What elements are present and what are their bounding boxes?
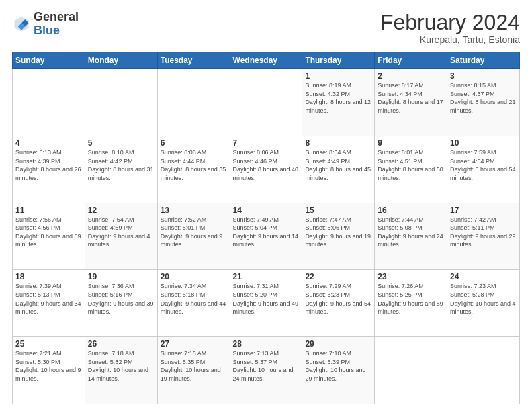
daylight-text: Daylight: 8 hours and 40 minutes.: [233, 166, 299, 181]
sunrise-text: Sunrise: 8:17 AM: [378, 82, 424, 89]
day-info: Sunrise: 7:44 AMSunset: 5:08 PMDaylight:…: [378, 216, 444, 249]
table-row: 24Sunrise: 7:23 AMSunset: 5:28 PMDayligh…: [447, 270, 520, 337]
table-row: 25Sunrise: 7:21 AMSunset: 5:30 PMDayligh…: [13, 337, 85, 404]
calendar-table: Sunday Monday Tuesday Wednesday Thursday…: [12, 52, 520, 404]
sunrise-text: Sunrise: 7:15 AM: [161, 350, 207, 357]
sunset-text: Sunset: 4:56 PM: [15, 224, 60, 231]
day-number: 10: [450, 138, 517, 148]
daylight-text: Daylight: 9 hours and 44 minutes.: [161, 300, 226, 316]
sunrise-text: Sunrise: 7:47 AM: [305, 216, 351, 223]
col-tuesday: Tuesday: [157, 52, 230, 69]
sunrise-text: Sunrise: 8:04 AM: [305, 149, 351, 156]
daylight-text: Daylight: 9 hours and 19 minutes.: [305, 233, 371, 248]
daylight-text: Daylight: 8 hours and 17 minutes.: [378, 99, 443, 114]
sunset-text: Sunset: 5:23 PM: [305, 291, 350, 298]
sunrise-text: Sunrise: 8:19 AM: [305, 82, 351, 89]
day-info: Sunrise: 8:06 AMSunset: 4:46 PMDaylight:…: [233, 148, 300, 182]
day-info: Sunrise: 7:15 AMSunset: 5:35 PMDaylight:…: [161, 349, 227, 383]
logo-general: General: [34, 10, 79, 24]
daylight-text: Daylight: 9 hours and 14 minutes.: [233, 233, 299, 248]
sunrise-text: Sunrise: 8:15 AM: [450, 82, 496, 89]
table-row: [13, 69, 85, 136]
sunrise-text: Sunrise: 7:23 AM: [450, 283, 496, 289]
header: General Blue February 2024 Kurepalu, Tar…: [12, 11, 520, 45]
sunrise-text: Sunrise: 7:18 AM: [88, 350, 134, 357]
day-number: 26: [88, 339, 154, 349]
sunrise-text: Sunrise: 7:39 AM: [15, 283, 62, 289]
table-row: 14Sunrise: 7:49 AMSunset: 5:04 PMDayligh…: [230, 203, 302, 270]
day-info: Sunrise: 8:13 AMSunset: 4:39 PMDaylight:…: [15, 148, 82, 182]
day-number: 9: [378, 138, 444, 148]
day-info: Sunrise: 7:47 AMSunset: 5:06 PMDaylight:…: [305, 216, 371, 249]
day-info: Sunrise: 7:59 AMSunset: 4:54 PMDaylight:…: [450, 148, 517, 182]
day-info: Sunrise: 7:34 AMSunset: 5:18 PMDaylight:…: [161, 282, 227, 316]
day-number: 14: [233, 205, 300, 215]
day-number: 4: [15, 138, 82, 148]
table-row: 29Sunrise: 7:10 AMSunset: 5:39 PMDayligh…: [302, 337, 375, 404]
daylight-text: Daylight: 9 hours and 34 minutes.: [15, 300, 81, 316]
day-number: 28: [233, 339, 300, 349]
table-row: 28Sunrise: 7:13 AMSunset: 5:37 PMDayligh…: [230, 337, 302, 404]
daylight-text: Daylight: 9 hours and 24 minutes.: [378, 233, 443, 248]
day-info: Sunrise: 8:04 AMSunset: 4:49 PMDaylight:…: [305, 148, 371, 182]
sunset-text: Sunset: 5:20 PM: [233, 291, 278, 298]
table-row: 6Sunrise: 8:08 AMSunset: 4:44 PMDaylight…: [157, 136, 230, 203]
table-row: 21Sunrise: 7:31 AMSunset: 5:20 PMDayligh…: [230, 270, 302, 337]
daylight-text: Daylight: 8 hours and 54 minutes.: [450, 166, 516, 181]
sunset-text: Sunset: 4:46 PM: [233, 158, 278, 165]
sunrise-text: Sunrise: 7:54 AM: [88, 216, 134, 223]
day-info: Sunrise: 7:49 AMSunset: 5:04 PMDaylight:…: [233, 216, 300, 249]
daylight-text: Daylight: 8 hours and 45 minutes.: [305, 166, 371, 181]
page: General Blue February 2024 Kurepalu, Tar…: [0, 0, 532, 411]
table-row: 15Sunrise: 7:47 AMSunset: 5:06 PMDayligh…: [302, 203, 375, 270]
table-row: 9Sunrise: 8:01 AMSunset: 4:51 PMDaylight…: [375, 136, 447, 203]
day-info: Sunrise: 7:54 AMSunset: 4:59 PMDaylight:…: [88, 216, 154, 249]
table-row: 12Sunrise: 7:54 AMSunset: 4:59 PMDayligh…: [85, 203, 157, 270]
daylight-text: Daylight: 8 hours and 50 minutes.: [378, 166, 443, 181]
day-info: Sunrise: 7:23 AMSunset: 5:28 PMDaylight:…: [450, 282, 517, 316]
sunset-text: Sunset: 4:37 PM: [450, 91, 495, 97]
table-row: [157, 69, 230, 136]
sunrise-text: Sunrise: 7:44 AM: [378, 216, 424, 223]
table-row: [375, 337, 447, 404]
daylight-text: Daylight: 8 hours and 26 minutes.: [15, 166, 81, 181]
day-number: 3: [450, 71, 517, 81]
day-number: 25: [15, 339, 82, 349]
day-info: Sunrise: 8:01 AMSunset: 4:51 PMDaylight:…: [378, 148, 444, 182]
day-number: 20: [161, 272, 227, 281]
daylight-text: Daylight: 10 hours and 19 minutes.: [161, 367, 221, 382]
sunset-text: Sunset: 5:01 PM: [161, 224, 206, 231]
daylight-text: Daylight: 10 hours and 4 minutes.: [450, 300, 516, 316]
day-number: 6: [161, 138, 227, 148]
table-row: 5Sunrise: 8:10 AMSunset: 4:42 PMDaylight…: [85, 136, 157, 203]
sunset-text: Sunset: 4:54 PM: [450, 158, 495, 165]
day-info: Sunrise: 8:08 AMSunset: 4:44 PMDaylight:…: [161, 148, 227, 182]
sunrise-text: Sunrise: 7:56 AM: [15, 216, 62, 223]
sunset-text: Sunset: 5:37 PM: [233, 359, 278, 365]
sunset-text: Sunset: 4:59 PM: [88, 224, 133, 231]
day-number: 29: [305, 339, 371, 349]
sunset-text: Sunset: 5:39 PM: [305, 359, 350, 365]
day-info: Sunrise: 7:18 AMSunset: 5:32 PMDaylight:…: [88, 349, 154, 383]
col-friday: Friday: [375, 52, 447, 69]
daylight-text: Daylight: 8 hours and 21 minutes.: [450, 99, 516, 114]
daylight-text: Daylight: 9 hours and 9 minutes.: [161, 233, 223, 248]
col-saturday: Saturday: [447, 52, 520, 69]
sunset-text: Sunset: 4:42 PM: [88, 158, 133, 165]
sunrise-text: Sunrise: 8:01 AM: [378, 149, 424, 156]
daylight-text: Daylight: 8 hours and 35 minutes.: [161, 166, 226, 181]
table-row: 11Sunrise: 7:56 AMSunset: 4:56 PMDayligh…: [13, 203, 85, 270]
daylight-text: Daylight: 8 hours and 12 minutes.: [305, 99, 371, 114]
day-number: 1: [305, 71, 371, 81]
table-row: 23Sunrise: 7:26 AMSunset: 5:25 PMDayligh…: [375, 270, 447, 337]
table-row: [447, 337, 520, 404]
day-number: 22: [305, 272, 371, 281]
main-title: February 2024: [380, 11, 520, 34]
sunrise-text: Sunrise: 7:29 AM: [305, 283, 351, 289]
sunset-text: Sunset: 5:18 PM: [161, 291, 206, 298]
day-number: 2: [378, 71, 444, 81]
daylight-text: Daylight: 10 hours and 24 minutes.: [233, 367, 294, 382]
daylight-text: Daylight: 9 hours and 54 minutes.: [305, 300, 371, 316]
table-row: 1Sunrise: 8:19 AMSunset: 4:32 PMDaylight…: [302, 69, 375, 136]
day-info: Sunrise: 7:29 AMSunset: 5:23 PMDaylight:…: [305, 282, 371, 316]
